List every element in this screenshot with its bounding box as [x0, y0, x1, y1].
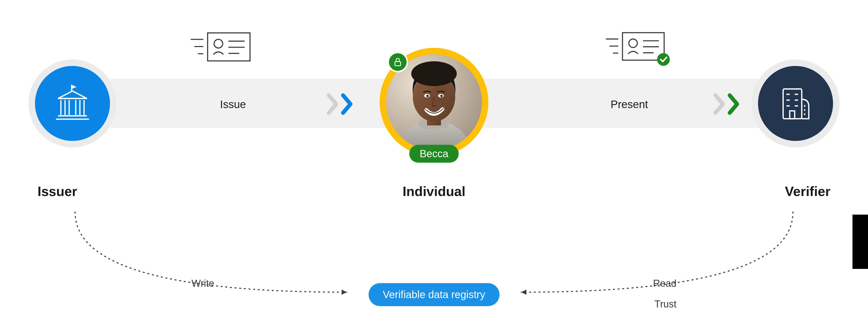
- verifier-node: [751, 60, 840, 147]
- id-card-verified-icon: [604, 28, 671, 67]
- svg-point-44: [629, 39, 638, 47]
- issuer-circle: [35, 66, 110, 141]
- credential-present-icon: [604, 28, 671, 68]
- svg-point-14: [411, 61, 457, 86]
- id-card-moving-icon: [189, 28, 254, 65]
- issuer-node: [28, 60, 117, 147]
- lock-icon: [393, 57, 403, 67]
- present-flow-label: Present: [611, 98, 648, 111]
- read-label: Read: [653, 278, 677, 289]
- chevron-right-icon: [326, 93, 340, 115]
- issue-chevrons: [326, 93, 354, 115]
- svg-rect-28: [790, 111, 795, 119]
- svg-rect-21: [783, 89, 802, 119]
- svg-point-36: [214, 39, 223, 48]
- chevron-right-icon: [340, 93, 354, 115]
- lock-badge: [388, 52, 408, 72]
- present-chevrons: [713, 93, 741, 115]
- verifiable-data-registry: Verifiable data registry: [369, 283, 499, 306]
- svg-point-48: [657, 53, 670, 66]
- credential-issue-icon: [189, 28, 254, 66]
- issuer-label: Issuer: [37, 184, 77, 199]
- office-building-icon: [775, 83, 816, 124]
- svg-rect-20: [395, 62, 401, 66]
- chevron-right-icon: [727, 93, 741, 115]
- individual-label: Individual: [403, 184, 466, 199]
- verifier-label: Verifier: [785, 184, 831, 199]
- trust-label: Trust: [654, 299, 677, 310]
- write-label: Write: [191, 278, 214, 289]
- verifier-circle: [758, 66, 833, 141]
- government-building-icon: [52, 83, 93, 124]
- edge-bar: [852, 214, 868, 269]
- issue-flow-label: Issue: [220, 98, 246, 111]
- svg-marker-49: [342, 290, 347, 295]
- individual-name-badge: Becca: [409, 145, 459, 163]
- chevron-right-icon: [713, 93, 727, 115]
- svg-point-18: [427, 95, 429, 97]
- svg-point-19: [440, 95, 443, 97]
- svg-marker-50: [521, 290, 526, 295]
